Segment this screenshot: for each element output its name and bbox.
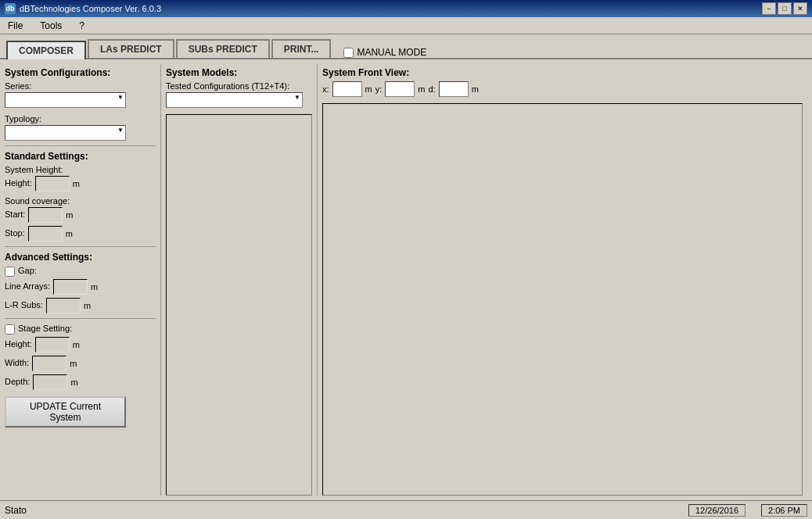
- middle-panel: System Models: Tested Configurations (T1…: [161, 64, 318, 496]
- height-unit: m: [73, 179, 80, 188]
- lr-subs-unit: m: [84, 301, 91, 310]
- height-field-row: Height: m: [5, 176, 156, 191]
- y-input[interactable]: [385, 81, 415, 97]
- start-field-row: Start: m: [5, 207, 156, 223]
- system-models-title: System Models:: [166, 67, 312, 78]
- series-select[interactable]: [5, 92, 126, 108]
- height-input[interactable]: [35, 176, 70, 191]
- stop-field-row: Stop: m: [5, 226, 156, 242]
- depth-input[interactable]: [33, 374, 67, 390]
- restore-button[interactable]: □: [778, 2, 792, 15]
- left-panel: System Configurations: Series: Typology:…: [5, 64, 161, 496]
- width-input[interactable]: [32, 356, 66, 371]
- x-label: x:: [322, 84, 329, 94]
- series-field-row: [5, 92, 156, 108]
- height-label: Height:: [5, 178, 32, 188]
- xyz-row: x: m y: m d: m: [322, 81, 803, 97]
- line-arrays-row: Line Arrays: m: [5, 279, 156, 295]
- statusbar: Stato 12/26/2016 2:06 PM: [0, 500, 812, 519]
- d-unit: m: [472, 84, 479, 94]
- tab-composer[interactable]: COMPOSER: [6, 41, 86, 59]
- gap-label: Gap:: [18, 266, 37, 275]
- d-label: d:: [428, 84, 435, 94]
- line-arrays-unit: m: [91, 282, 98, 292]
- standard-settings-label: Standard Settings:: [5, 151, 156, 162]
- status-right: 12/26/2016 2:06 PM: [688, 504, 807, 517]
- start-unit: m: [66, 210, 73, 220]
- gap-checkbox[interactable]: [5, 267, 15, 277]
- system-config-title: System Configurations:: [5, 67, 156, 78]
- lr-subs-label: L-R Subs:: [5, 300, 43, 310]
- start-label: Start:: [5, 209, 25, 219]
- tab-subs-predict[interactable]: SUBs PREDICT: [176, 39, 270, 58]
- minimize-button[interactable]: −: [762, 2, 776, 15]
- line-arrays-input[interactable]: [53, 279, 88, 295]
- tested-config-label: Tested Configurations (T12+T4):: [166, 81, 312, 91]
- right-panel: System Front View: x: m y: m d: m: [318, 64, 807, 496]
- tab-las-predict[interactable]: LAs PREDICT: [88, 39, 174, 58]
- stage-setting-checkbox[interactable]: [5, 324, 15, 335]
- menu-help[interactable]: ?: [74, 19, 89, 33]
- update-current-system-button[interactable]: UPDATE Current System: [5, 396, 126, 428]
- stop-unit: m: [66, 229, 73, 238]
- height2-input[interactable]: [35, 337, 70, 353]
- height2-row: Height: m: [5, 337, 156, 353]
- titlebar-title: dBTechnologies Composer Ver. 6.0.3: [20, 4, 161, 13]
- menu-tools[interactable]: Tools: [35, 19, 66, 33]
- tested-config-row: [166, 92, 312, 108]
- left-content: Series: Typology: Standard Settings: Sys…: [5, 81, 156, 496]
- menubar: File Tools ?: [0, 17, 812, 34]
- stato-label: Stato: [5, 505, 27, 516]
- height2-label: Height:: [5, 339, 32, 349]
- typology-select[interactable]: [5, 125, 126, 141]
- tested-config-select-wrapper: [166, 92, 303, 108]
- sound-coverage-label: Sound coverage:: [5, 196, 156, 206]
- left-scroll-area: Series: Typology: Standard Settings: Sys…: [5, 81, 156, 496]
- y-unit: m: [418, 84, 425, 94]
- menu-file[interactable]: File: [3, 19, 27, 33]
- depth-row: Depth: m: [5, 374, 156, 390]
- stop-input[interactable]: [28, 226, 63, 242]
- titlebar-left: db dBTechnologies Composer Ver. 6.0.3: [5, 3, 161, 14]
- width-row: Width: m: [5, 356, 156, 371]
- start-input[interactable]: [28, 207, 63, 223]
- gap-check-row: Gap:: [5, 266, 156, 277]
- series-label: Series:: [5, 81, 156, 91]
- tabbar: COMPOSER LAs PREDICT SUBs PREDICT PRINT.…: [0, 34, 812, 59]
- close-button[interactable]: ✕: [793, 2, 807, 15]
- lr-subs-input[interactable]: [46, 298, 81, 313]
- stage-setting-check-row: Stage Setting:: [5, 324, 156, 335]
- status-date: 12/26/2016: [688, 504, 746, 517]
- advanced-settings-label: Advanced Settings:: [5, 252, 156, 263]
- manual-mode-checkbox[interactable]: [343, 48, 354, 58]
- x-input[interactable]: [332, 81, 362, 97]
- manual-mode-text: MANUAL MODE: [357, 47, 426, 58]
- app-icon: db: [5, 3, 16, 14]
- main-content: System Configurations: Series: Typology:…: [0, 59, 812, 500]
- typology-select-wrapper: [5, 125, 126, 141]
- status-time: 2:06 PM: [761, 504, 807, 517]
- tested-config-select[interactable]: [166, 92, 303, 108]
- depth-label: Depth:: [5, 377, 30, 386]
- y-label: y:: [375, 84, 383, 94]
- series-select-wrapper: [5, 92, 126, 108]
- depth-unit: m: [70, 378, 77, 387]
- front-view-canvas: [322, 103, 803, 496]
- width-unit: m: [70, 359, 77, 368]
- stop-label: Stop:: [5, 228, 25, 238]
- titlebar-controls: − □ ✕: [762, 2, 807, 15]
- height2-unit: m: [73, 340, 80, 349]
- typology-label: Typology:: [5, 114, 156, 123]
- stage-setting-label: Stage Setting:: [18, 324, 72, 333]
- lr-subs-row: L-R Subs: m: [5, 298, 156, 313]
- system-front-view-title: System Front View:: [322, 67, 803, 78]
- tab-print[interactable]: PRINT...: [271, 39, 332, 58]
- manual-mode-label[interactable]: MANUAL MODE: [343, 47, 426, 58]
- system-height-label: System Height:: [5, 165, 156, 174]
- width-label: Width:: [5, 358, 29, 367]
- d-input[interactable]: [439, 81, 469, 97]
- line-arrays-label: Line Arrays:: [5, 281, 50, 291]
- preview-box: [166, 114, 312, 496]
- x-unit: m: [365, 84, 372, 94]
- titlebar: db dBTechnologies Composer Ver. 6.0.3 − …: [0, 0, 812, 17]
